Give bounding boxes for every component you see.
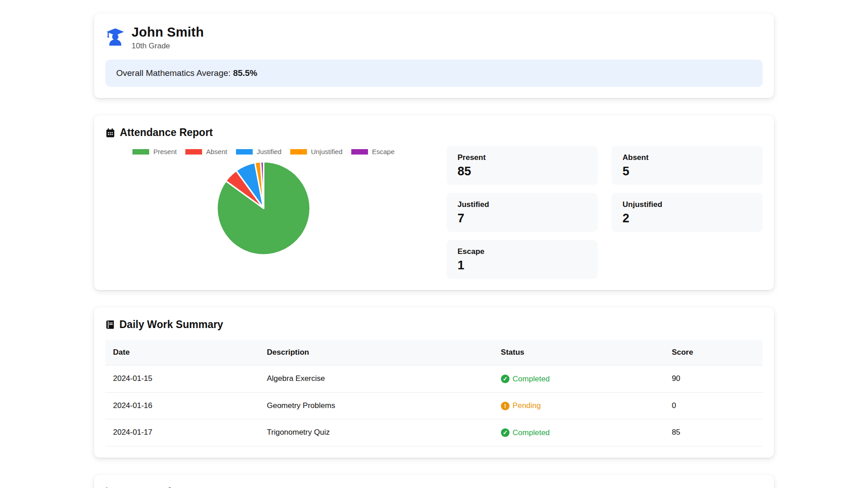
stat-value: 5 xyxy=(623,164,752,178)
cell-description: Algebra Exercise xyxy=(259,366,493,393)
legend-label: Escape xyxy=(372,148,395,155)
stat-value: 85 xyxy=(458,164,587,178)
attendance-title: Attendance Report xyxy=(105,127,763,139)
status-badge: !Pending xyxy=(501,401,541,410)
exam-performance-title: Exam Performance xyxy=(105,486,763,488)
check-circle-icon: ✓ xyxy=(501,428,509,437)
stat-box-justified: Justified7 xyxy=(447,193,598,232)
cell-description: Geometry Problems xyxy=(259,392,493,419)
legend-label: Absent xyxy=(206,148,227,155)
attendance-title-label: Attendance Report xyxy=(120,127,213,139)
exam-performance-title-label: Exam Performance xyxy=(120,486,214,488)
legend-item-escape[interactable]: Escape xyxy=(351,148,395,155)
stat-box-escape: Escape1 xyxy=(447,240,598,279)
legend-item-unjustified[interactable]: Unjustified xyxy=(290,148,343,155)
table-row: 2024-01-15Algebra Exercise✓Completed90 xyxy=(105,366,763,393)
cell-status: ✓Completed xyxy=(493,366,664,393)
student-name: John Smith xyxy=(132,25,204,40)
cell-score: 85 xyxy=(664,419,763,446)
book-icon xyxy=(105,320,115,329)
student-identity: John Smith 10th Grade xyxy=(132,25,204,51)
cell-date: 2024-01-17 xyxy=(105,419,259,446)
stat-label: Escape xyxy=(458,247,587,256)
stat-label: Justified xyxy=(458,200,587,209)
stat-box-present: Present85 xyxy=(447,146,598,185)
legend-swatch xyxy=(236,149,253,155)
table-body: 2024-01-15Algebra Exercise✓Completed9020… xyxy=(105,366,763,446)
legend-label: Present xyxy=(153,148,177,155)
student-header: John Smith 10th Grade xyxy=(105,25,763,51)
cell-description: Trigonometry Quiz xyxy=(259,419,493,446)
status-badge: ✓Completed xyxy=(501,428,550,437)
daily-work-card: Daily Work Summary DateDescriptionStatus… xyxy=(94,307,774,458)
daily-work-table: DateDescriptionStatusScore 2024-01-15Alg… xyxy=(105,340,763,446)
stat-box-absent: Absent5 xyxy=(612,146,763,185)
status-label: Completed xyxy=(513,375,550,384)
legend-swatch xyxy=(351,149,368,155)
cell-score: 90 xyxy=(664,366,763,393)
pie-legend: PresentAbsentJustifiedUnjustifiedEscape xyxy=(105,148,422,155)
cell-date: 2024-01-16 xyxy=(105,392,259,419)
stat-value: 1 xyxy=(458,258,587,272)
average-label: Overall Mathematics Average: xyxy=(116,68,231,78)
column-header-status: Status xyxy=(493,340,664,366)
stat-value: 7 xyxy=(458,211,587,225)
status-badge: ✓Completed xyxy=(501,375,550,384)
stat-label: Present xyxy=(458,153,587,162)
legend-label: Unjustified xyxy=(311,148,343,155)
legend-item-absent[interactable]: Absent xyxy=(185,148,227,155)
legend-swatch xyxy=(290,149,307,155)
daily-work-title: Daily Work Summary xyxy=(105,319,763,331)
legend-item-present[interactable]: Present xyxy=(132,148,177,155)
status-label: Pending xyxy=(513,401,541,410)
attendance-content: PresentAbsentJustifiedUnjustifiedEscape … xyxy=(105,146,763,279)
table-row: 2024-01-16Geometry Problems!Pending0 xyxy=(105,392,763,419)
calendar-icon xyxy=(105,128,115,138)
legend-swatch xyxy=(132,149,149,155)
exam-performance-card: Exam Performance xyxy=(94,475,774,488)
cell-date: 2024-01-15 xyxy=(105,366,259,393)
legend-item-justified[interactable]: Justified xyxy=(236,148,282,155)
stat-value: 2 xyxy=(623,211,752,225)
stat-box-unjustified: Unjustified2 xyxy=(612,193,763,232)
average-value: 85.5% xyxy=(233,68,257,78)
cell-score: 0 xyxy=(664,392,763,419)
attendance-card: Attendance Report PresentAbsentJustified… xyxy=(94,115,774,290)
cell-status: !Pending xyxy=(493,392,664,419)
average-info-bar: Overall Mathematics Average: 85.5% xyxy=(105,60,763,87)
attendance-pie-chart: PresentAbsentJustifiedUnjustifiedEscape xyxy=(105,146,422,279)
column-header-score: Score xyxy=(664,340,763,366)
stat-label: Unjustified xyxy=(623,200,752,209)
column-header-date: Date xyxy=(105,340,259,366)
exclamation-circle-icon: ! xyxy=(501,402,509,410)
student-graduate-icon xyxy=(105,27,125,49)
legend-label: Justified xyxy=(257,148,282,155)
stat-label: Absent xyxy=(623,153,752,162)
status-label: Completed xyxy=(513,428,550,437)
legend-swatch xyxy=(185,149,202,155)
check-circle-icon: ✓ xyxy=(501,375,509,383)
table-row: 2024-01-17Trigonometry Quiz✓Completed85 xyxy=(105,419,763,446)
attendance-stats-grid: Present85Absent5Justified7Unjustified2Es… xyxy=(447,146,763,279)
column-header-description: Description xyxy=(259,340,493,366)
table-header-row: DateDescriptionStatusScore xyxy=(105,340,763,366)
student-header-card: John Smith 10th Grade Overall Mathematic… xyxy=(94,14,774,98)
daily-work-title-label: Daily Work Summary xyxy=(119,319,223,331)
page: John Smith 10th Grade Overall Mathematic… xyxy=(94,0,774,488)
student-grade: 10th Grade xyxy=(132,42,204,51)
pie-canvas xyxy=(214,159,313,258)
cell-status: ✓Completed xyxy=(493,419,664,446)
